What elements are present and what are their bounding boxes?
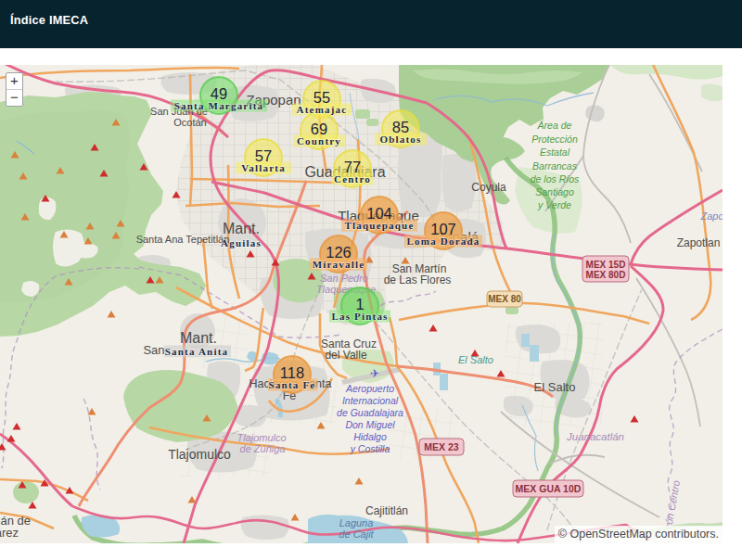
svg-text:Tlajomulco: Tlajomulco: [168, 447, 231, 462]
svg-text:Protección: Protección: [531, 134, 578, 145]
svg-text:Mant.: Mant.: [180, 330, 217, 346]
svg-text:MEX 15D: MEX 15D: [586, 260, 626, 270]
svg-text:Aguilas: Aguilas: [221, 237, 262, 248]
svg-text:Centro: Centro: [334, 173, 371, 185]
svg-text:Área de: Área de: [537, 120, 572, 131]
svg-text:MEX 23: MEX 23: [424, 441, 459, 452]
svg-text:El Salto: El Salto: [458, 354, 493, 365]
svg-text:Santa Margarita: Santa Margarita: [174, 100, 264, 111]
svg-text:Ocotán: Ocotán: [173, 117, 206, 128]
svg-text:de Guadalajara: de Guadalajara: [337, 407, 403, 418]
svg-text:Country: Country: [297, 135, 341, 146]
svg-text:Tlajomulco: Tlajomulco: [237, 432, 286, 443]
svg-text:Hidalgo: Hidalgo: [353, 431, 387, 442]
svg-text:y Costilla: y Costilla: [350, 443, 390, 454]
svg-text:Oblatos: Oblatos: [379, 134, 421, 145]
svg-text:Estatal: Estatal: [540, 146, 570, 158]
svg-text:Zapotlan: Zapotlan: [677, 236, 721, 249]
svg-text:de los Ríos: de los Ríos: [531, 173, 580, 185]
svg-text:Loma Dorada: Loma Dorada: [407, 235, 480, 247]
svg-text:del Valle: del Valle: [325, 349, 366, 362]
svg-text:de Las Flores: de Las Flores: [384, 274, 452, 286]
svg-text:Santa Fe: Santa Fe: [269, 379, 316, 390]
svg-text:Juanacatlán: Juanacatlán: [566, 431, 624, 442]
svg-text:Vallarta: Vallarta: [241, 162, 286, 173]
svg-text:MEX 80: MEX 80: [488, 294, 521, 304]
svg-text:✈: ✈: [370, 367, 379, 380]
svg-text:San Pedro: San Pedro: [320, 273, 368, 284]
svg-text:Internacional: Internacional: [342, 395, 399, 406]
svg-text:Coyula: Coyula: [471, 181, 506, 194]
svg-text:Tlaquepaque: Tlaquepaque: [345, 220, 415, 231]
svg-text:Atemajac: Atemajac: [297, 104, 348, 115]
svg-text:Laguna: Laguna: [339, 517, 374, 528]
svg-text:Don Miguel: Don Miguel: [345, 419, 395, 430]
svg-text:Aeropuerto: Aeropuerto: [345, 383, 394, 394]
svg-text:Santa Anita: Santa Anita: [165, 346, 229, 357]
svg-text:Las Pintas: Las Pintas: [331, 311, 388, 322]
svg-text:de Zúñiga: de Zúñiga: [240, 443, 286, 454]
svg-text:Cajititlán: Cajititlán: [365, 504, 408, 517]
svg-text:Barrancas: Barrancas: [532, 160, 578, 172]
svg-text:San: San: [143, 343, 164, 357]
svg-text:Miravalle: Miravalle: [313, 259, 365, 270]
svg-text:árez: árez: [0, 526, 19, 540]
svg-text:Zapo: Zapo: [699, 210, 723, 222]
svg-text:Santiago: Santiago: [535, 186, 574, 197]
svg-text:El Salto: El Salto: [534, 380, 576, 394]
svg-text:y Verde: y Verde: [537, 199, 571, 210]
svg-text:de Cajit: de Cajit: [339, 528, 374, 540]
svg-text:MEX GUA 10D: MEX GUA 10D: [516, 483, 582, 494]
svg-text:Santa Ana Tepetitlán: Santa Ana Tepetitlán: [136, 234, 230, 245]
svg-text:MEX 80D: MEX 80D: [586, 270, 626, 280]
